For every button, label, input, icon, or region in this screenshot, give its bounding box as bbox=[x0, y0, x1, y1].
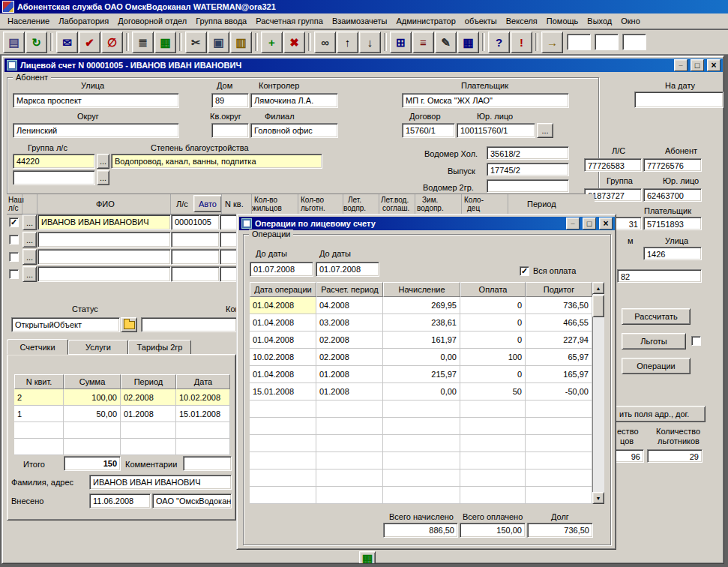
scroll-down-icon[interactable] bbox=[592, 492, 604, 504]
ops-grid-cell[interactable] bbox=[316, 470, 383, 487]
export-excel-button[interactable]: ▦ bbox=[154, 32, 176, 53]
street-field[interactable]: Маркса проспект bbox=[13, 93, 179, 108]
on-date-field[interactable] bbox=[634, 92, 724, 108]
ops-grid-cell[interactable]: 02.2008 bbox=[316, 349, 383, 366]
code-ls-field[interactable]: 77726583 bbox=[584, 158, 642, 172]
menu-item-6[interactable]: Взаимозачеты bbox=[328, 14, 392, 28]
comments-field[interactable] bbox=[183, 456, 232, 471]
ops-grid-cell[interactable]: 50 bbox=[460, 383, 526, 400]
ops-grid-cell[interactable] bbox=[460, 452, 526, 470]
calculate-button[interactable]: Рассчитать bbox=[622, 308, 691, 325]
ops-grid-cell[interactable] bbox=[526, 470, 592, 487]
calc-sheet-button[interactable]: ▦ bbox=[457, 32, 479, 53]
benefits-checkbox[interactable] bbox=[691, 336, 701, 346]
ops-grid-cell[interactable] bbox=[526, 487, 592, 504]
group-ls2-field[interactable] bbox=[13, 170, 95, 185]
status-field[interactable]: ОткрытыйОбъект bbox=[11, 317, 120, 332]
ops-grid-cell[interactable] bbox=[250, 470, 316, 487]
tab-services[interactable]: Услуги bbox=[68, 340, 128, 355]
ops-grid-cell[interactable]: 0,00 bbox=[383, 349, 460, 366]
row1-ls-field[interactable]: 00001005 bbox=[171, 214, 220, 230]
receipt-grid-cell[interactable]: 10.02.2008 bbox=[176, 389, 230, 406]
amenity-field[interactable]: Водопровод, канал, ванны, подпитка bbox=[111, 154, 322, 169]
receipt-grid-cell[interactable] bbox=[64, 422, 121, 439]
cut-button[interactable]: ✂ bbox=[185, 32, 207, 53]
menu-item-2[interactable]: Лаборатория bbox=[54, 14, 113, 28]
cancel-button[interactable]: ∅ bbox=[101, 32, 123, 53]
row3-ls-field[interactable] bbox=[171, 249, 220, 265]
ledger-button[interactable]: ≡ bbox=[412, 32, 434, 53]
code-street-field[interactable]: 1426 bbox=[643, 247, 702, 260]
account-titlebar[interactable]: Лицевой счет N 00001005 - ИВАНОВ ИВАН ИВ… bbox=[4, 58, 723, 72]
ops-grid-cell[interactable] bbox=[526, 400, 592, 418]
kv-okrug-field[interactable] bbox=[211, 123, 249, 138]
ops-grid-cell[interactable]: 227,94 bbox=[526, 332, 592, 349]
row4-our-ls-checkbox[interactable] bbox=[9, 269, 19, 279]
operations-button[interactable]: Операции bbox=[622, 358, 691, 374]
ops-grid-cell[interactable] bbox=[250, 400, 316, 418]
ops-grid-cell[interactable] bbox=[526, 418, 592, 435]
mail-button[interactable]: ✉ bbox=[56, 32, 78, 53]
print-button[interactable]: ≣ bbox=[132, 32, 154, 53]
receipt-grid-cell[interactable]: 15.01.2008 bbox=[176, 406, 230, 422]
ops-grid-cell[interactable] bbox=[250, 487, 316, 504]
menu-item-5[interactable]: Расчетная группа bbox=[251, 14, 328, 28]
ops-grid-cell[interactable] bbox=[250, 418, 316, 435]
row4-fio-field[interactable] bbox=[37, 266, 171, 282]
benefits-button[interactable]: Льготы bbox=[622, 333, 686, 350]
menu-item-12[interactable]: Окно bbox=[616, 14, 645, 28]
ops-grid-cell[interactable] bbox=[460, 400, 526, 418]
ops-grid-cell[interactable]: 0 bbox=[460, 366, 526, 383]
receipt-grid-cell[interactable] bbox=[121, 439, 176, 455]
row3-our-ls-checkbox[interactable] bbox=[9, 252, 19, 262]
toolbar-box-3[interactable] bbox=[622, 34, 646, 50]
ops-grid-cell[interactable] bbox=[250, 452, 316, 470]
tab-counters[interactable]: Счетчики bbox=[7, 339, 68, 355]
paste-button[interactable]: ▥ bbox=[230, 32, 252, 53]
scroll-up-icon[interactable] bbox=[592, 282, 604, 294]
ops-grid-cell[interactable]: 65,97 bbox=[526, 349, 592, 366]
group-ls2-browse-button[interactable]: ... bbox=[97, 170, 109, 185]
jur-browse-button[interactable]: ... bbox=[537, 123, 553, 138]
up-button[interactable]: ↑ bbox=[337, 32, 358, 53]
code-flat-field[interactable]: 82 bbox=[617, 269, 702, 283]
ops-grid-cell[interactable] bbox=[316, 452, 383, 470]
delete-button[interactable]: ✖ bbox=[283, 32, 305, 53]
ops-grid-cell[interactable] bbox=[383, 452, 460, 470]
refresh-button[interactable]: ↻ bbox=[25, 32, 47, 53]
jur-field[interactable]: 100115760/1 bbox=[457, 123, 535, 138]
ops-grid-cell[interactable]: 15.01.2008 bbox=[250, 383, 316, 400]
receipt-grid-cell[interactable]: 50,00 bbox=[64, 406, 121, 422]
ops-grid-cell[interactable]: 161,97 bbox=[383, 332, 460, 349]
maximize-icon[interactable] bbox=[583, 218, 596, 230]
receipt-grid-cell[interactable] bbox=[14, 439, 64, 455]
ops-grid-cell[interactable]: 01.2008 bbox=[316, 383, 383, 400]
controller-field[interactable]: Лямочкина Л.А. bbox=[250, 93, 338, 108]
alert-button[interactable]: ! bbox=[511, 32, 532, 53]
tab-tariffs[interactable]: Тарифы 2гр bbox=[128, 340, 191, 355]
receipt-grid-cell[interactable] bbox=[176, 439, 230, 455]
ops-grid-cell[interactable] bbox=[383, 435, 460, 452]
ops-grid-cell[interactable] bbox=[383, 470, 460, 487]
vypusk-field[interactable]: 17745/2 bbox=[487, 163, 569, 176]
ops-grid-cell[interactable]: 01.04.2008 bbox=[250, 314, 316, 332]
close-icon[interactable] bbox=[707, 59, 721, 71]
payer-field[interactable]: МП г. Омска "ЖХ ЛАО" bbox=[402, 93, 569, 108]
receipt-grid-cell[interactable]: 1 bbox=[14, 406, 64, 422]
name-field[interactable]: ИВАНОВ ИВАН ИВАНОВИЧ bbox=[89, 475, 232, 490]
menu-item-9[interactable]: Векселя bbox=[502, 14, 542, 28]
code-payer-field[interactable]: 57151893 bbox=[643, 217, 702, 230]
ops-grid-cell[interactable]: 269,95 bbox=[383, 297, 460, 314]
close-icon[interactable] bbox=[599, 218, 613, 230]
operations-titlebar[interactable]: Операции по лицевому счету bbox=[239, 217, 615, 230]
row2-our-ls-checkbox[interactable] bbox=[9, 235, 19, 244]
ops-grid-cell[interactable] bbox=[383, 487, 460, 504]
receipt-grid-cell[interactable]: 02.2008 bbox=[121, 389, 176, 406]
entered-org-field[interactable]: ОАО "ОмскВодоканал" bbox=[152, 494, 232, 508]
ops-grid-cell[interactable] bbox=[460, 470, 526, 487]
save-button[interactable]: ▤ bbox=[3, 32, 25, 53]
ops-grid-cell[interactable]: 238,61 bbox=[383, 314, 460, 332]
find-button[interactable]: ∞ bbox=[314, 32, 336, 53]
meter2-field[interactable] bbox=[487, 179, 569, 193]
ops-grid-cell[interactable]: 466,55 bbox=[526, 314, 592, 332]
